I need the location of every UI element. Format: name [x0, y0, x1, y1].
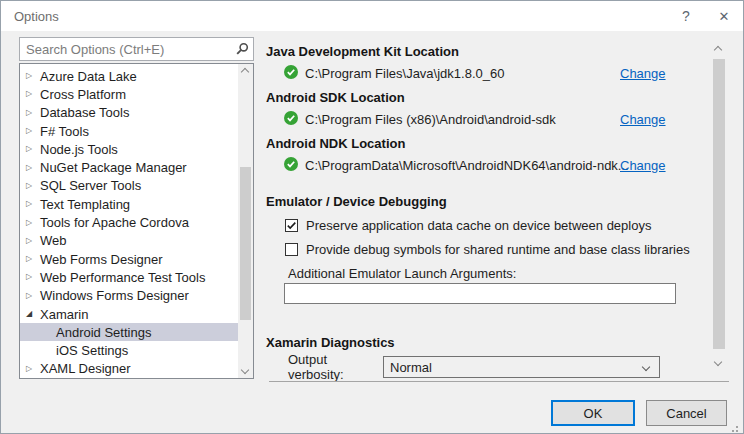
expander-collapsed-icon[interactable]: ▷ — [26, 365, 40, 373]
section-title-jdk: Java Development Kit Location — [266, 43, 706, 60]
tree-item[interactable]: Android Settings — [20, 323, 238, 341]
expander-collapsed-icon[interactable]: ▷ — [26, 200, 40, 208]
tree-item[interactable]: ▷Node.js Tools — [20, 140, 238, 158]
help-icon[interactable]: ? — [667, 1, 705, 31]
tree-item[interactable]: ▷XAML Designer — [20, 360, 238, 378]
scroll-up-icon[interactable] — [714, 46, 722, 54]
tree-item-label: Web Forms Designer — [40, 252, 163, 267]
expander-collapsed-icon[interactable]: ▷ — [26, 219, 40, 227]
tree-item[interactable]: ▷Web Performance Test Tools — [20, 268, 238, 286]
section-title-diagnostics: Xamarin Diagnostics — [266, 335, 706, 350]
cancel-button[interactable]: Cancel — [646, 400, 727, 426]
panel-scrollbar[interactable] — [711, 41, 727, 373]
verbosity-dropdown[interactable]: Normal — [383, 356, 660, 378]
expander-collapsed-icon[interactable]: ▷ — [26, 255, 40, 263]
green-check-icon — [284, 157, 298, 174]
verbosity-value: Normal — [390, 360, 432, 375]
section-title-sdk: Android SDK Location — [266, 89, 706, 106]
ndk-change-link[interactable]: Change — [620, 158, 666, 173]
settings-panel: Java Development Kit Location C:\Program… — [266, 39, 706, 382]
tree-item-label: NuGet Package Manager — [40, 160, 187, 175]
section-title-debugging: Emulator / Device Debugging — [266, 193, 706, 210]
tree-item-label: Node.js Tools — [40, 142, 118, 157]
scroll-down-icon[interactable] — [241, 366, 249, 374]
verbosity-row: Output verbosity: Normal — [266, 352, 706, 382]
expander-collapsed-icon[interactable]: ▷ — [26, 273, 40, 281]
options-tree-items: ▷Azure Data Lake▷Cross Platform▷Database… — [20, 67, 238, 378]
tree-item[interactable]: ▷NuGet Package Manager — [20, 158, 238, 176]
search-input[interactable] — [20, 39, 231, 59]
tree-scrollbar-thumb[interactable] — [240, 167, 251, 320]
tree-item-label: Android Settings — [56, 325, 151, 340]
tree-item-label: XAML Designer — [40, 361, 131, 376]
scroll-down-icon[interactable] — [714, 358, 722, 366]
verbosity-label: Output verbosity: — [288, 352, 383, 382]
tree-item[interactable]: ▷Cross Platform — [20, 85, 238, 103]
tree-item-label: Web — [40, 233, 67, 248]
emulator-args-label: Additional Emulator Launch Arguments: — [266, 266, 706, 282]
search-box — [19, 37, 254, 61]
sdk-change-link[interactable]: Change — [620, 112, 666, 127]
tree-item[interactable]: ▷Tools for Apache Cordova — [20, 213, 238, 231]
expander-collapsed-icon[interactable]: ▷ — [26, 72, 40, 80]
scroll-up-icon[interactable] — [241, 68, 249, 76]
tree-item[interactable]: ◢Xamarin — [20, 305, 238, 323]
expander-collapsed-icon[interactable]: ▷ — [26, 182, 40, 190]
tree-item-label: Web Performance Test Tools — [40, 270, 205, 285]
options-tree: ▷Azure Data Lake▷Cross Platform▷Database… — [19, 63, 254, 379]
expander-collapsed-icon[interactable]: ▷ — [26, 127, 40, 135]
footer-separator — [269, 381, 729, 382]
expander-expanded-icon[interactable]: ◢ — [26, 310, 40, 318]
sdk-path: C:\Program Files (x86)\Android\android-s… — [305, 112, 556, 127]
preserve-cache-checkbox[interactable] — [285, 219, 298, 232]
expander-collapsed-icon[interactable]: ▷ — [26, 237, 40, 245]
tree-item[interactable]: ▷Web Forms Designer — [20, 250, 238, 268]
panel-scrollbar-thumb[interactable] — [713, 59, 725, 349]
tree-item[interactable]: ▷Web — [20, 232, 238, 250]
tree-item[interactable]: ▷F# Tools — [20, 122, 238, 140]
search-icon[interactable] — [231, 42, 253, 56]
green-check-icon — [284, 111, 298, 128]
green-check-icon — [284, 65, 298, 82]
ok-button[interactable]: OK — [551, 400, 635, 426]
resize-grip-icon[interactable] — [736, 426, 738, 428]
preserve-cache-label: Preserve application data cache on devic… — [306, 218, 651, 233]
tree-item-label: Azure Data Lake — [40, 69, 137, 84]
tree-item-label: Xamarin — [40, 307, 88, 322]
tree-item[interactable]: ▷SQL Server Tools — [20, 177, 238, 195]
tree-item-label: Text Templating — [40, 197, 130, 212]
expander-collapsed-icon[interactable]: ▷ — [26, 292, 40, 300]
expander-collapsed-icon[interactable]: ▷ — [26, 90, 40, 98]
ndk-path: C:\ProgramData\Microsoft\AndroidNDK64\an… — [305, 158, 629, 173]
titlebar: Options ? ✕ — [1, 1, 743, 31]
jdk-location-row: C:\Program Files\Java\jdk1.8.0_60 Change — [266, 62, 706, 84]
tree-item[interactable]: ▷Database Tools — [20, 104, 238, 122]
tree-item-label: SQL Server Tools — [40, 178, 141, 193]
tree-item[interactable]: iOS Settings — [20, 341, 238, 359]
tree-item[interactable]: ▷Azure Data Lake — [20, 67, 238, 85]
jdk-path: C:\Program Files\Java\jdk1.8.0_60 — [305, 66, 504, 81]
tree-item-label: Tools for Apache Cordova — [40, 215, 189, 230]
sdk-location-row: C:\Program Files (x86)\Android\android-s… — [266, 108, 706, 130]
emulator-args-input[interactable] — [284, 283, 676, 304]
close-icon[interactable]: ✕ — [705, 1, 743, 31]
tree-item-label: F# Tools — [40, 124, 89, 139]
tree-scrollbar[interactable] — [238, 64, 253, 378]
preserve-cache-row: Preserve application data cache on devic… — [266, 217, 706, 233]
section-title-ndk: Android NDK Location — [266, 135, 706, 152]
tree-item-label: Cross Platform — [40, 87, 126, 102]
tree-item[interactable]: ▷Text Templating — [20, 195, 238, 213]
expander-collapsed-icon[interactable]: ▷ — [26, 109, 40, 117]
tree-item-label: Windows Forms Designer — [40, 288, 189, 303]
window-title: Options — [1, 9, 59, 24]
expander-collapsed-icon[interactable]: ▷ — [26, 145, 40, 153]
debug-symbols-checkbox[interactable] — [285, 243, 298, 256]
chevron-down-icon — [642, 363, 650, 371]
jdk-change-link[interactable]: Change — [620, 66, 666, 81]
debug-symbols-label: Provide debug symbols for shared runtime… — [306, 242, 690, 257]
tree-item[interactable]: ▷Windows Forms Designer — [20, 287, 238, 305]
tree-item-label: Database Tools — [40, 105, 129, 120]
tree-item-label: iOS Settings — [56, 343, 128, 358]
debug-symbols-row: Provide debug symbols for shared runtime… — [266, 241, 706, 257]
expander-collapsed-icon[interactable]: ▷ — [26, 164, 40, 172]
